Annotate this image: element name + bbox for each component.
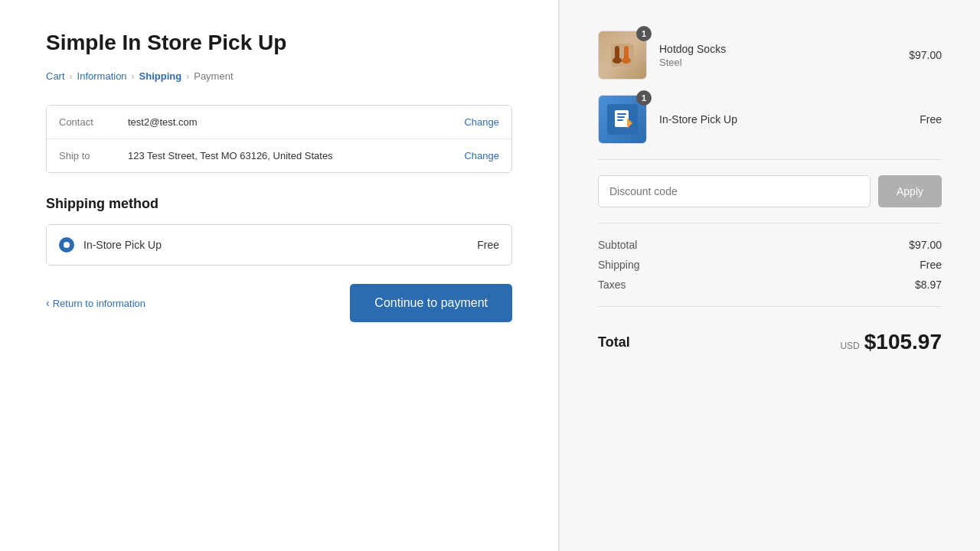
return-label: Return to information bbox=[53, 298, 145, 309]
taxes-value: $8.97 bbox=[915, 279, 942, 291]
shipping-value: Free bbox=[920, 259, 942, 271]
breadcrumb-sep-3: › bbox=[186, 71, 189, 82]
breadcrumb: Cart › Information › Shipping › Payment bbox=[46, 70, 512, 82]
product-badge-1: 1 bbox=[636, 26, 652, 41]
breadcrumb-sep-2: › bbox=[132, 71, 135, 82]
total-row: Total USD $105.97 bbox=[598, 322, 942, 354]
total-label: Total bbox=[598, 334, 630, 350]
store-title: Simple In Store Pick Up bbox=[46, 31, 512, 55]
breadcrumb-cart[interactable]: Cart bbox=[46, 70, 65, 82]
discount-row: Apply bbox=[598, 175, 942, 207]
apply-discount-button[interactable]: Apply bbox=[878, 175, 942, 207]
contact-label: Contact bbox=[59, 116, 128, 128]
breadcrumb-sep-1: › bbox=[70, 71, 73, 82]
shipping-method-title: Shipping method bbox=[46, 196, 512, 212]
product-badge-2: 1 bbox=[636, 90, 652, 106]
svg-point-4 bbox=[622, 57, 631, 64]
subtotal-value: $97.00 bbox=[909, 239, 942, 251]
ship-to-value: 123 Test Street, Test MO 63126, United S… bbox=[128, 150, 464, 161]
discount-code-input[interactable] bbox=[598, 175, 871, 207]
shipping-option[interactable]: In-Store Pick Up Free bbox=[46, 224, 512, 266]
breadcrumb-information[interactable]: Information bbox=[77, 70, 127, 82]
breadcrumb-payment: Payment bbox=[194, 70, 233, 82]
shipping-label: Shipping bbox=[598, 259, 640, 271]
radio-selected bbox=[59, 237, 74, 253]
total-amount: $105.97 bbox=[864, 330, 942, 354]
product-name-2: In-Store Pick Up bbox=[659, 113, 907, 126]
taxes-label: Taxes bbox=[598, 279, 626, 291]
shipping-option-price: Free bbox=[477, 239, 499, 251]
shipping-option-name: In-Store Pick Up bbox=[83, 239, 468, 251]
svg-rect-0 bbox=[611, 44, 634, 67]
divider-2 bbox=[598, 223, 942, 223]
product-price-2: Free bbox=[920, 113, 942, 126]
subtotal-label: Subtotal bbox=[598, 239, 637, 251]
continue-to-payment-button[interactable]: Continue to payment bbox=[350, 284, 512, 322]
product-name-1: Hotdog Socks bbox=[659, 43, 897, 55]
svg-point-2 bbox=[612, 57, 622, 64]
total-amount-wrap: USD $105.97 bbox=[840, 330, 942, 354]
return-to-information-link[interactable]: ‹ Return to information bbox=[46, 297, 145, 309]
product-info-1: Hotdog Socks Steel bbox=[659, 43, 897, 68]
actions-row: ‹ Return to information Continue to paym… bbox=[46, 284, 512, 322]
store-svg bbox=[607, 104, 638, 135]
right-panel: 1 Hotdog Socks Steel $97.00 bbox=[559, 0, 980, 551]
contact-row: Contact test2@test.com Change bbox=[47, 106, 511, 139]
ship-to-row: Ship to 123 Test Street, Test MO 63126, … bbox=[47, 139, 511, 172]
ship-to-change-link[interactable]: Change bbox=[464, 150, 499, 161]
divider-3 bbox=[598, 306, 942, 307]
subtotal-row: Subtotal $97.00 bbox=[598, 239, 942, 251]
socks-svg bbox=[607, 40, 638, 70]
chevron-left-icon: ‹ bbox=[46, 297, 50, 309]
product-image-wrap-2: 1 bbox=[598, 95, 647, 144]
product-price-1: $97.00 bbox=[909, 49, 942, 61]
contact-value: test2@test.com bbox=[128, 116, 464, 128]
product-info-2: In-Store Pick Up bbox=[659, 113, 907, 126]
product-item-2: 1 In-Store Pick Up Free bbox=[598, 95, 942, 144]
total-currency: USD bbox=[840, 341, 859, 351]
radio-inner bbox=[64, 242, 70, 248]
svg-rect-6 bbox=[615, 110, 629, 127]
product-item-1: 1 Hotdog Socks Steel $97.00 bbox=[598, 31, 942, 80]
svg-rect-8 bbox=[617, 116, 625, 118]
product-variant-1: Steel bbox=[659, 57, 897, 68]
divider-1 bbox=[598, 159, 942, 160]
left-panel: Simple In Store Pick Up Cart › Informati… bbox=[0, 0, 559, 551]
taxes-row: Taxes $8.97 bbox=[598, 279, 942, 291]
contact-change-link[interactable]: Change bbox=[464, 116, 499, 128]
ship-to-label: Ship to bbox=[59, 150, 128, 161]
info-card: Contact test2@test.com Change Ship to 12… bbox=[46, 105, 512, 173]
product-image-wrap-1: 1 bbox=[598, 31, 647, 80]
breadcrumb-shipping[interactable]: Shipping bbox=[139, 70, 182, 82]
svg-rect-7 bbox=[617, 113, 626, 115]
svg-rect-9 bbox=[617, 119, 623, 121]
shipping-row: Shipping Free bbox=[598, 259, 942, 271]
